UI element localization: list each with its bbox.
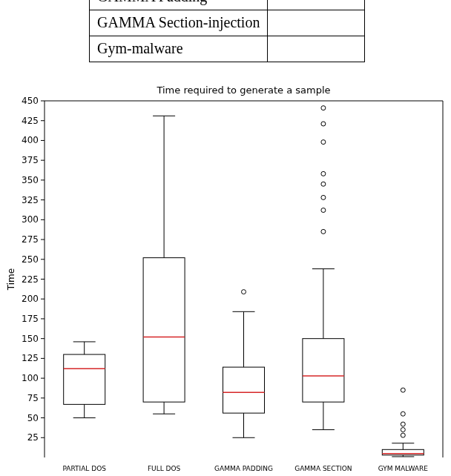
boxplot-chart: 2550751001251501752002252502753003253503… <box>0 83 451 476</box>
box <box>223 367 265 413</box>
y-tick-label: 225 <box>22 274 39 285</box>
outlier-point <box>321 106 326 110</box>
outlier-point <box>401 388 405 392</box>
y-tick-label: 450 <box>22 96 39 106</box>
outlier-point <box>401 433 405 437</box>
table-cell-value <box>268 0 365 10</box>
outlier-point <box>321 195 326 199</box>
y-tick-label: 400 <box>22 135 39 145</box>
y-tick-label: 300 <box>22 214 39 225</box>
box <box>143 258 185 403</box>
y-tick-label: 425 <box>22 116 39 126</box>
table-cell-label: Gym-malware <box>90 36 268 62</box>
partial-table: GAMMA Padding GAMMA Section-injection Gy… <box>89 0 365 62</box>
outlier-point <box>401 428 405 432</box>
box <box>303 339 344 403</box>
y-tick-label: 325 <box>22 195 39 205</box>
outlier-point <box>242 290 246 294</box>
outlier-point <box>401 411 405 416</box>
table-row: GAMMA Section-injection <box>90 10 365 36</box>
box <box>64 354 105 404</box>
y-tick-label: 250 <box>22 254 39 265</box>
y-tick-label: 50 <box>27 413 39 423</box>
y-tick-label: 175 <box>22 314 39 324</box>
box <box>382 449 424 454</box>
x-tick-label: GYM MALWARE <box>378 465 429 472</box>
y-tick-label: 75 <box>27 393 39 403</box>
outlier-point <box>321 229 326 234</box>
table-row: GAMMA Padding <box>90 0 365 10</box>
x-tick-label: FULL DOS <box>148 465 181 472</box>
y-axis-label: Time <box>6 268 16 291</box>
chart-svg: 2550751001251501752002252502753003253503… <box>4 83 447 476</box>
table-cell-value <box>268 10 365 36</box>
outlier-point <box>401 422 405 426</box>
chart-title: Time required to generate a sample <box>156 85 330 96</box>
y-tick-label: 100 <box>22 373 39 383</box>
table-cell-label: GAMMA Section-injection <box>90 10 268 36</box>
y-tick-label: 125 <box>22 353 39 363</box>
partial-table-clip: GAMMA Padding GAMMA Section-injection Gy… <box>0 0 451 83</box>
y-tick-label: 25 <box>27 432 39 443</box>
table-row: Gym-malware <box>90 36 365 62</box>
x-tick-label: PARTIAL DOS <box>62 465 106 472</box>
table-cell-value <box>268 36 365 62</box>
x-tick-label: GAMMA SECTION <box>294 465 352 472</box>
outlier-point <box>321 182 326 186</box>
outlier-point <box>321 122 326 126</box>
y-tick-label: 275 <box>22 234 39 245</box>
y-tick-label: 150 <box>22 334 39 344</box>
outlier-point <box>321 140 326 145</box>
table-cell-label: GAMMA Padding <box>90 0 268 10</box>
x-tick-label: GAMMA PADDING <box>214 465 273 472</box>
y-tick-label: 350 <box>22 175 39 185</box>
outlier-point <box>321 208 326 213</box>
y-tick-label: 375 <box>22 155 39 165</box>
y-tick-label: 200 <box>22 294 39 304</box>
outlier-point <box>321 171 326 176</box>
